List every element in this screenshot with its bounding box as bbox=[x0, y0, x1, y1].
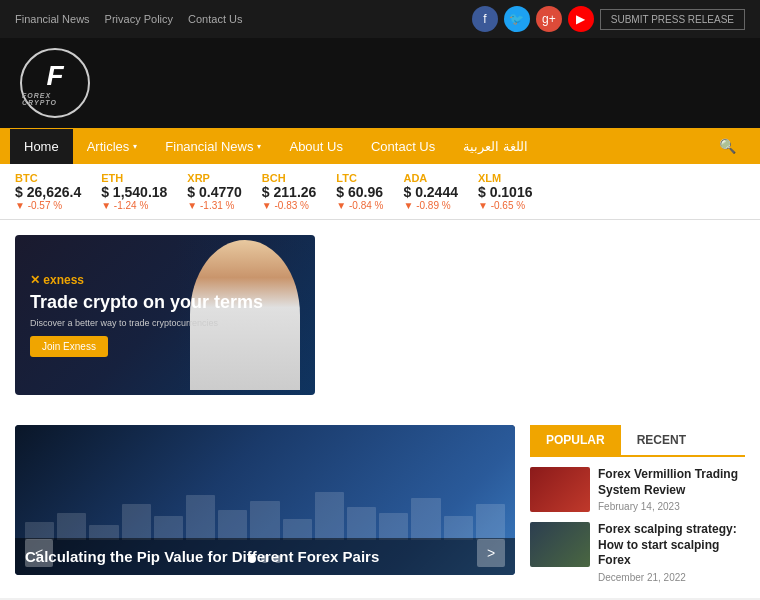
chart-bar-6 bbox=[218, 510, 247, 540]
crypto-price: $ 26,626.4 bbox=[15, 184, 81, 200]
prev-slide-btn[interactable]: < bbox=[25, 539, 53, 567]
logo-inner: F FOREX CRYPTO bbox=[22, 60, 88, 106]
header: F FOREX CRYPTO bbox=[0, 38, 760, 128]
crypto-price: $ 0.4770 bbox=[187, 184, 242, 200]
ad-join-button[interactable]: Join Exness bbox=[30, 336, 108, 357]
sidebar-item-content: Forex Vermillion Trading System Review F… bbox=[598, 467, 745, 512]
ad-banner-section: ✕ exness Trade crypto on your terms Disc… bbox=[0, 220, 760, 410]
chart-bar-7 bbox=[250, 501, 279, 540]
nav-item-arabic[interactable]: اللغة العربية bbox=[449, 129, 542, 164]
nav-item-home[interactable]: Home bbox=[10, 129, 73, 164]
top-bar-links: Financial News Privacy Policy Contact Us bbox=[15, 13, 242, 25]
sidebar-thumb-image bbox=[530, 522, 590, 567]
sidebar-item-date: December 21, 2022 bbox=[598, 572, 745, 583]
ad-subtitle: Discover a better way to trade cryptocur… bbox=[30, 318, 263, 328]
chart-bar-10 bbox=[347, 507, 376, 540]
prev-icon[interactable]: < bbox=[25, 539, 53, 567]
tab-recent[interactable]: RECENT bbox=[621, 425, 702, 455]
twitter-icon[interactable]: 🐦 bbox=[504, 6, 530, 32]
sidebar-items: Forex Vermillion Trading System Review F… bbox=[530, 467, 745, 583]
sidebar-thumb bbox=[530, 522, 590, 567]
crypto-item-xlm: XLM $ 0.1016 ▼ -0.65 % bbox=[478, 172, 533, 211]
chart-bar-12 bbox=[411, 498, 440, 540]
crypto-price: $ 0.2444 bbox=[403, 184, 458, 200]
sidebar-item-title: Forex scalping strategy: How to start sc… bbox=[598, 522, 745, 569]
crypto-price: $ 1,540.18 bbox=[101, 184, 167, 200]
crypto-name: ETH bbox=[101, 172, 167, 184]
sidebar-item[interactable]: Forex scalping strategy: How to start sc… bbox=[530, 522, 745, 583]
crypto-change: ▼ -0.89 % bbox=[403, 200, 458, 211]
sidebar-item-date: February 14, 2023 bbox=[598, 501, 745, 512]
dot-1 bbox=[248, 555, 256, 563]
crypto-name: ADA bbox=[403, 172, 458, 184]
nav-item-articles[interactable]: Articles ▾ bbox=[73, 129, 152, 164]
chart-visualization bbox=[25, 480, 505, 540]
crypto-price: $ 211.26 bbox=[262, 184, 317, 200]
ad-logo-icon: ✕ bbox=[30, 273, 43, 287]
chart-bar-9 bbox=[315, 492, 344, 540]
sidebar: POPULAR RECENT Forex Vermillion Trading … bbox=[530, 425, 745, 583]
chart-bar-8 bbox=[283, 519, 312, 540]
chart-bar-1 bbox=[57, 513, 86, 540]
nav-item-financialnews[interactable]: Financial News ▾ bbox=[151, 129, 275, 164]
sidebar-item-title: Forex Vermillion Trading System Review bbox=[598, 467, 745, 498]
ad-title: Trade crypto on your terms bbox=[30, 292, 263, 314]
nav-item-aboutus[interactable]: About Us bbox=[275, 129, 356, 164]
social-icons-group: f 🐦 g+ ▶ SUBMIT PRESS RELEASE bbox=[472, 6, 745, 32]
ad-content: ✕ exness Trade crypto on your terms Disc… bbox=[15, 258, 278, 373]
logo-tagline: FOREX CRYPTO bbox=[22, 92, 88, 106]
sidebar-item[interactable]: Forex Vermillion Trading System Review F… bbox=[530, 467, 745, 512]
topbar-link-privacy[interactable]: Privacy Policy bbox=[105, 13, 173, 25]
chart-bar-5 bbox=[186, 495, 215, 540]
crypto-price: $ 60.96 bbox=[336, 184, 383, 200]
crypto-name: BTC bbox=[15, 172, 81, 184]
youtube-icon[interactable]: ▶ bbox=[568, 6, 594, 32]
articles-dropdown-icon: ▾ bbox=[133, 142, 137, 151]
crypto-item-btc: BTC $ 26,626.4 ▼ -0.57 % bbox=[15, 172, 81, 211]
crypto-price: $ 0.1016 bbox=[478, 184, 533, 200]
logo-letter: F bbox=[46, 60, 63, 92]
tab-popular[interactable]: POPULAR bbox=[530, 425, 621, 455]
sidebar-item-content: Forex scalping strategy: How to start sc… bbox=[598, 522, 745, 583]
crypto-item-xrp: XRP $ 0.4770 ▼ -1.31 % bbox=[187, 172, 242, 211]
crypto-item-bch: BCH $ 211.26 ▼ -0.83 % bbox=[262, 172, 317, 211]
crypto-name: BCH bbox=[262, 172, 317, 184]
crypto-name: XRP bbox=[187, 172, 242, 184]
sidebar-thumb bbox=[530, 467, 590, 512]
topbar-link-contact[interactable]: Contact Us bbox=[188, 13, 242, 25]
crypto-change: ▼ -1.24 % bbox=[101, 200, 167, 211]
financialnews-dropdown-icon: ▾ bbox=[257, 142, 261, 151]
nav-search-icon[interactable]: 🔍 bbox=[705, 128, 750, 164]
crypto-item-ltc: LTC $ 60.96 ▼ -0.84 % bbox=[336, 172, 383, 211]
top-bar: Financial News Privacy Policy Contact Us… bbox=[0, 0, 760, 38]
chart-bar-3 bbox=[122, 504, 151, 540]
main-nav: Home Articles ▾ Financial News ▾ About U… bbox=[0, 128, 760, 164]
crypto-name: XLM bbox=[478, 172, 533, 184]
submit-press-release-button[interactable]: SUBMIT PRESS RELEASE bbox=[600, 9, 745, 30]
crypto-item-ada: ADA $ 0.2444 ▼ -0.89 % bbox=[403, 172, 458, 211]
crypto-change: ▼ -0.84 % bbox=[336, 200, 383, 211]
nav-item-contactus[interactable]: Contact Us bbox=[357, 129, 449, 164]
dot-2 bbox=[261, 555, 269, 563]
crypto-change: ▼ -1.31 % bbox=[187, 200, 242, 211]
topbar-link-financialnews[interactable]: Financial News bbox=[15, 13, 90, 25]
ad-banner[interactable]: ✕ exness Trade crypto on your terms Disc… bbox=[15, 235, 315, 395]
slide-dots bbox=[248, 555, 282, 563]
content-area: Calculating the Pip Value for Different … bbox=[0, 410, 760, 598]
ad-logo: ✕ exness bbox=[30, 273, 263, 287]
googleplus-icon[interactable]: g+ bbox=[536, 6, 562, 32]
main-article: Calculating the Pip Value for Different … bbox=[15, 425, 515, 575]
sidebar-thumb-image bbox=[530, 467, 590, 512]
dot-3 bbox=[274, 555, 282, 563]
sidebar-tabs: POPULAR RECENT bbox=[530, 425, 745, 457]
next-slide-btn[interactable]: > bbox=[477, 539, 505, 567]
logo[interactable]: F FOREX CRYPTO bbox=[20, 48, 90, 118]
chart-bar-4 bbox=[154, 516, 183, 540]
facebook-icon[interactable]: f bbox=[472, 6, 498, 32]
crypto-change: ▼ -0.57 % bbox=[15, 200, 81, 211]
crypto-ticker: BTC $ 26,626.4 ▼ -0.57 % ETH $ 1,540.18 … bbox=[0, 164, 760, 220]
next-icon[interactable]: > bbox=[477, 539, 505, 567]
chart-bar-11 bbox=[379, 513, 408, 540]
chart-bar-14 bbox=[476, 504, 505, 540]
crypto-name: LTC bbox=[336, 172, 383, 184]
